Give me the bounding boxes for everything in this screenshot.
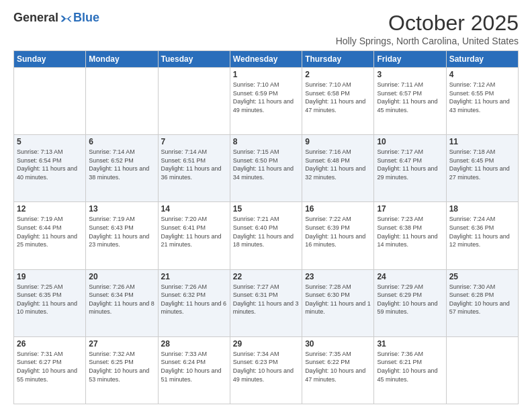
- calendar-cell: 2Sunrise: 7:10 AM Sunset: 6:58 PM Daylig…: [302, 68, 374, 135]
- month-title: October 2025: [336, 11, 519, 36]
- calendar-cell: 13Sunrise: 7:19 AM Sunset: 6:43 PM Dayli…: [86, 202, 158, 269]
- calendar-cell: 3Sunrise: 7:11 AM Sunset: 6:57 PM Daylig…: [374, 68, 446, 135]
- day-number: 5: [17, 137, 83, 146]
- day-number: 22: [233, 272, 299, 281]
- day-number: 8: [233, 137, 299, 146]
- calendar-cell: 11Sunrise: 7:18 AM Sunset: 6:45 PM Dayli…: [446, 135, 518, 202]
- logo-general-text: General: [13, 11, 58, 25]
- logo-blue-text: Blue: [73, 11, 99, 25]
- day-number: 24: [377, 272, 443, 281]
- calendar-week-row: 1Sunrise: 7:10 AM Sunset: 6:59 PM Daylig…: [14, 68, 519, 135]
- day-info: Sunrise: 7:33 AM Sunset: 6:24 PM Dayligh…: [161, 350, 227, 383]
- day-number: 18: [449, 204, 515, 214]
- calendar-header-thursday: Thursday: [302, 51, 374, 68]
- calendar-cell: 26Sunrise: 7:31 AM Sunset: 6:27 PM Dayli…: [14, 336, 86, 404]
- calendar-cell: 4Sunrise: 7:12 AM Sunset: 6:55 PM Daylig…: [446, 68, 518, 135]
- calendar-cell: 27Sunrise: 7:32 AM Sunset: 6:25 PM Dayli…: [86, 336, 158, 404]
- calendar-cell: 5Sunrise: 7:13 AM Sunset: 6:54 PM Daylig…: [14, 135, 86, 202]
- calendar-cell: 30Sunrise: 7:35 AM Sunset: 6:22 PM Dayli…: [302, 336, 374, 404]
- day-info: Sunrise: 7:11 AM Sunset: 6:57 PM Dayligh…: [377, 81, 443, 114]
- calendar-cell: 22Sunrise: 7:27 AM Sunset: 6:31 PM Dayli…: [230, 269, 302, 336]
- calendar-header-wednesday: Wednesday: [230, 51, 302, 68]
- page: General Blue October 2025 Holly Springs,…: [0, 0, 532, 411]
- day-info: Sunrise: 7:34 AM Sunset: 6:23 PM Dayligh…: [233, 350, 299, 383]
- day-info: Sunrise: 7:26 AM Sunset: 6:34 PM Dayligh…: [89, 283, 154, 316]
- day-info: Sunrise: 7:14 AM Sunset: 6:51 PM Dayligh…: [161, 148, 227, 181]
- day-info: Sunrise: 7:36 AM Sunset: 6:21 PM Dayligh…: [377, 350, 443, 383]
- calendar-header-friday: Friday: [374, 51, 446, 68]
- day-number: 16: [305, 204, 371, 214]
- calendar-cell: 1Sunrise: 7:10 AM Sunset: 6:59 PM Daylig…: [230, 68, 302, 135]
- day-info: Sunrise: 7:23 AM Sunset: 6:38 PM Dayligh…: [377, 215, 443, 248]
- day-number: 30: [305, 339, 371, 349]
- day-number: 11: [449, 137, 515, 146]
- calendar-cell: [446, 336, 518, 404]
- day-number: 27: [89, 339, 154, 349]
- day-info: Sunrise: 7:26 AM Sunset: 6:32 PM Dayligh…: [161, 283, 227, 316]
- calendar-cell: 23Sunrise: 7:28 AM Sunset: 6:30 PM Dayli…: [302, 269, 374, 336]
- day-info: Sunrise: 7:16 AM Sunset: 6:48 PM Dayligh…: [305, 148, 371, 181]
- day-info: Sunrise: 7:19 AM Sunset: 6:43 PM Dayligh…: [89, 215, 154, 248]
- day-number: 7: [161, 137, 227, 146]
- calendar-cell: 18Sunrise: 7:24 AM Sunset: 6:36 PM Dayli…: [446, 202, 518, 269]
- day-info: Sunrise: 7:18 AM Sunset: 6:45 PM Dayligh…: [449, 148, 515, 181]
- title-section: October 2025 Holly Springs, North Caroli…: [336, 11, 519, 46]
- day-info: Sunrise: 7:13 AM Sunset: 6:54 PM Dayligh…: [17, 148, 83, 181]
- calendar-cell: 14Sunrise: 7:20 AM Sunset: 6:41 PM Dayli…: [158, 202, 230, 269]
- day-info: Sunrise: 7:21 AM Sunset: 6:40 PM Dayligh…: [233, 215, 299, 248]
- day-number: 29: [233, 339, 299, 349]
- calendar-cell: [86, 68, 158, 135]
- calendar-table: SundayMondayTuesdayWednesdayThursdayFrid…: [13, 50, 519, 404]
- day-number: 25: [449, 272, 515, 281]
- calendar-cell: 15Sunrise: 7:21 AM Sunset: 6:40 PM Dayli…: [230, 202, 302, 269]
- day-info: Sunrise: 7:25 AM Sunset: 6:35 PM Dayligh…: [17, 283, 83, 316]
- day-number: 13: [89, 204, 154, 214]
- header: General Blue October 2025 Holly Springs,…: [13, 11, 519, 46]
- day-number: 9: [305, 137, 371, 146]
- day-info: Sunrise: 7:12 AM Sunset: 6:55 PM Dayligh…: [449, 81, 515, 114]
- calendar-cell: 25Sunrise: 7:30 AM Sunset: 6:28 PM Dayli…: [446, 269, 518, 336]
- calendar-header-saturday: Saturday: [446, 51, 518, 68]
- day-number: 23: [305, 272, 371, 281]
- calendar-week-row: 19Sunrise: 7:25 AM Sunset: 6:35 PM Dayli…: [14, 269, 519, 336]
- day-number: 4: [449, 70, 515, 79]
- day-info: Sunrise: 7:35 AM Sunset: 6:22 PM Dayligh…: [305, 350, 371, 383]
- day-info: Sunrise: 7:15 AM Sunset: 6:50 PM Dayligh…: [233, 148, 299, 181]
- calendar-cell: 12Sunrise: 7:19 AM Sunset: 6:44 PM Dayli…: [14, 202, 86, 269]
- day-number: 12: [17, 204, 83, 214]
- calendar-week-row: 26Sunrise: 7:31 AM Sunset: 6:27 PM Dayli…: [14, 336, 519, 404]
- day-info: Sunrise: 7:20 AM Sunset: 6:41 PM Dayligh…: [161, 215, 227, 248]
- calendar-header-row: SundayMondayTuesdayWednesdayThursdayFrid…: [14, 51, 519, 68]
- calendar-cell: 21Sunrise: 7:26 AM Sunset: 6:32 PM Dayli…: [158, 269, 230, 336]
- day-info: Sunrise: 7:17 AM Sunset: 6:47 PM Dayligh…: [377, 148, 443, 181]
- day-info: Sunrise: 7:28 AM Sunset: 6:30 PM Dayligh…: [305, 283, 371, 316]
- calendar-cell: 31Sunrise: 7:36 AM Sunset: 6:21 PM Dayli…: [374, 336, 446, 404]
- calendar-cell: 29Sunrise: 7:34 AM Sunset: 6:23 PM Dayli…: [230, 336, 302, 404]
- day-number: 20: [89, 272, 154, 281]
- calendar-header-monday: Monday: [86, 51, 158, 68]
- calendar-cell: 28Sunrise: 7:33 AM Sunset: 6:24 PM Dayli…: [158, 336, 230, 404]
- day-info: Sunrise: 7:14 AM Sunset: 6:52 PM Dayligh…: [89, 148, 154, 181]
- day-number: 15: [233, 204, 299, 214]
- day-number: 10: [377, 137, 443, 146]
- calendar-cell: [14, 68, 86, 135]
- day-number: 28: [161, 339, 227, 349]
- calendar-cell: 9Sunrise: 7:16 AM Sunset: 6:48 PM Daylig…: [302, 135, 374, 202]
- calendar-header-sunday: Sunday: [14, 51, 86, 68]
- calendar-cell: 16Sunrise: 7:22 AM Sunset: 6:39 PM Dayli…: [302, 202, 374, 269]
- logo: General Blue: [13, 11, 99, 25]
- day-number: 19: [17, 272, 83, 281]
- calendar-cell: 17Sunrise: 7:23 AM Sunset: 6:38 PM Dayli…: [374, 202, 446, 269]
- day-info: Sunrise: 7:24 AM Sunset: 6:36 PM Dayligh…: [449, 215, 515, 248]
- day-number: 31: [377, 339, 443, 349]
- day-number: 3: [377, 70, 443, 79]
- calendar-week-row: 12Sunrise: 7:19 AM Sunset: 6:44 PM Dayli…: [14, 202, 519, 269]
- calendar-cell: 10Sunrise: 7:17 AM Sunset: 6:47 PM Dayli…: [374, 135, 446, 202]
- day-number: 1: [233, 70, 299, 79]
- day-number: 26: [17, 339, 83, 349]
- day-info: Sunrise: 7:10 AM Sunset: 6:58 PM Dayligh…: [305, 81, 371, 114]
- day-info: Sunrise: 7:31 AM Sunset: 6:27 PM Dayligh…: [17, 350, 83, 383]
- day-info: Sunrise: 7:22 AM Sunset: 6:39 PM Dayligh…: [305, 215, 371, 248]
- calendar-cell: 24Sunrise: 7:29 AM Sunset: 6:29 PM Dayli…: [374, 269, 446, 336]
- day-info: Sunrise: 7:19 AM Sunset: 6:44 PM Dayligh…: [17, 215, 83, 248]
